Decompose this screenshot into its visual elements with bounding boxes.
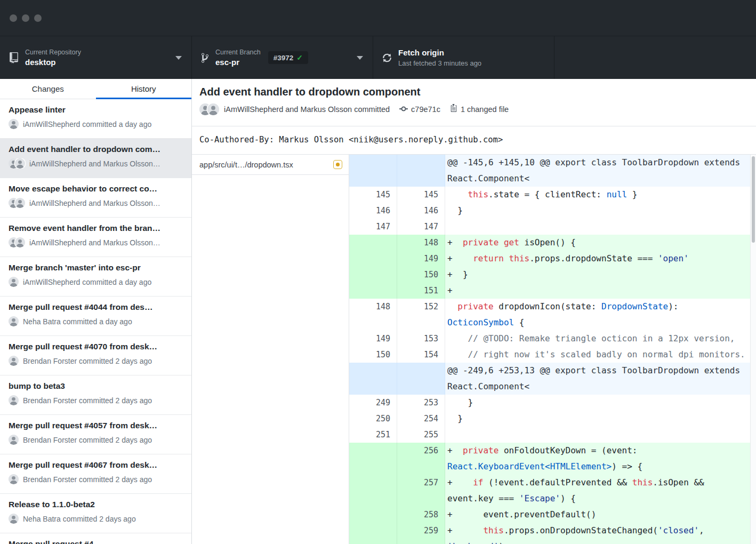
file-list-item[interactable]: app/src/ui/t…/dropdown.tsx [192, 155, 349, 175]
avatar-icon [9, 356, 19, 366]
code-segment: return [473, 253, 504, 263]
commit-author-avatars [199, 103, 219, 115]
diff-gutter-new-line-number: 148 [397, 235, 445, 251]
commit-byline-text: Neha Batra committed a day ago [23, 317, 132, 326]
branch-label: Current Branch [215, 49, 261, 56]
code-segment: + [447, 477, 473, 487]
history-detail: Add event handler to dropdown component … [192, 79, 756, 544]
commit-list-item[interactable]: Merge pull request #4057 from desk…Brend… [0, 415, 191, 454]
diff-gutter-old-line-number: 146 [349, 203, 397, 219]
diff-gutter-new-line-number: 150 [397, 267, 445, 283]
commit-list-item[interactable]: Move escape behavior to correct co…iAmWi… [0, 178, 191, 218]
avatar-icon [15, 198, 25, 208]
commit-byline-text: iAmWillShepherd and Markus Olsson… [29, 159, 160, 168]
diff-row: @@ -145,6 +145,10 @@ export class Toolba… [349, 155, 756, 187]
commit-list-item[interactable]: Merge pull request #4… [0, 533, 191, 544]
titlebar [0, 0, 756, 36]
code-segment: + [447, 525, 483, 535]
commit-list-item[interactable]: Merge pull request #4067 from desk…Brend… [0, 454, 191, 494]
commit-avatars [9, 514, 19, 524]
diff-scrollbar[interactable] [750, 155, 756, 544]
commit-list-item[interactable]: Add event handler to dropdown com…iAmWil… [0, 139, 191, 178]
diff-gutter-old-line-number [349, 443, 397, 475]
code-segment [447, 349, 468, 359]
commit-byline-text: iAmWillShepherd committed a day ago [23, 120, 151, 129]
close-button[interactable] [10, 14, 17, 22]
code-segment: , [699, 525, 709, 535]
commit-avatars [9, 119, 19, 129]
diff-code-line: + return this.props.dropdownState === 'o… [445, 251, 756, 267]
diff-code-line: + [445, 283, 756, 299]
diff-gutter-new-line-number: 149 [397, 251, 445, 267]
commit-byline-text: Brendan Forster committed 2 days ago [23, 396, 152, 405]
commit-list-item[interactable]: Appease linteriAmWillShepherd committed … [0, 99, 191, 139]
sidebar: Changes History Appease linteriAmWillShe… [0, 79, 192, 544]
tab-changes[interactable]: Changes [0, 79, 96, 99]
avatar-icon [15, 237, 25, 247]
commit-item-title: Remove event handler from the bran… [9, 223, 183, 233]
code-segment: + [447, 445, 463, 455]
commit-list-item[interactable]: Merge pull request #4044 from des…Neha B… [0, 297, 191, 336]
avatar-icon [9, 474, 19, 484]
code-segment: + } [447, 269, 468, 279]
commit-byline-text: Brendan Forster committed 2 days ago [23, 357, 152, 365]
minimize-button[interactable] [22, 14, 29, 22]
scrollbar-thumb[interactable] [752, 156, 755, 243]
commit-avatars [199, 103, 219, 115]
commit-description: Co-Authored-By: Markus Olsson <niik@user… [192, 126, 756, 155]
diff-row: @@ -249,6 +253,13 @@ export class Toolba… [349, 363, 756, 395]
commit-avatars [9, 474, 19, 484]
code-segment: .props.onDropdownStateChanged( [504, 525, 658, 535]
pr-check-icon: ✓ [296, 53, 303, 62]
code-segment: } [447, 413, 463, 423]
commit-list-item[interactable]: Merge branch 'master' into esc-priAmWill… [0, 257, 191, 297]
zoom-button[interactable] [34, 14, 42, 22]
fetch-origin-button[interactable]: Fetch origin Last fetched 3 minutes ago [373, 36, 554, 79]
diff-gutter-new-line-number: 259 [397, 523, 445, 544]
branch-switcher-button[interactable]: Current Branch esc-pr #3972 ✓ [192, 36, 373, 79]
code-segment: private [463, 237, 498, 247]
commit-avatars [9, 435, 19, 445]
commit-byline-text: iAmWillShepherd and Markus Olsson… [29, 199, 160, 207]
diff-row: 259+ this.props.onDropdownStateChanged('… [349, 523, 756, 544]
code-segment: this [483, 525, 504, 535]
commit-avatars [9, 395, 19, 405]
commit-list-item[interactable]: Remove event handler from the bran…iAmWi… [0, 218, 191, 257]
commit-sha: c79e71c [411, 105, 440, 114]
commit-meta: iAmWillShepherd and Markus Olsson commit… [199, 103, 747, 115]
avatar-icon [9, 514, 19, 524]
commit-list-item[interactable]: bump to beta3Brendan Forster committed 2… [0, 375, 191, 415]
diff-gutter-old-line-number: 249 [349, 395, 397, 411]
diff-row: 258+ event.preventDefault() [349, 507, 756, 523]
diff-gutter-new-line-number: 255 [397, 427, 445, 443]
diff-gutter-old-line-number [349, 523, 397, 544]
commit-avatars [9, 237, 25, 247]
diff-code-line [445, 219, 756, 235]
avatar-icon [9, 119, 19, 129]
code-segment: React.KeyboardEvent<HTMLElement> [447, 461, 612, 471]
tab-history[interactable]: History [96, 79, 192, 99]
diff-row: 150+ } [349, 267, 756, 283]
commit-item-title: Release to 1.1.0-beta2 [9, 500, 183, 509]
diff-row: 148152 private dropdownIcon(state: Dropd… [349, 299, 756, 331]
code-segment: { [514, 317, 524, 327]
diff-code-line: } [445, 395, 756, 411]
avatar-icon [15, 158, 25, 169]
repository-switcher-button[interactable]: Current Repository desktop [0, 36, 192, 79]
commit-byline-text: iAmWillShepherd and Markus Olsson… [29, 238, 160, 247]
commit-list-item[interactable]: Release to 1.1.0-beta2Neha Batra committ… [0, 494, 191, 533]
commit-list-item[interactable]: Merge pull request #4070 from desk…Brend… [0, 336, 191, 375]
diff-view: @@ -145,6 +145,10 @@ export class Toolba… [349, 155, 756, 544]
diff-row: 149153 // @TODO: Remake triangle octicon… [349, 331, 756, 347]
commit-details: app/src/ui/t…/dropdown.tsx @@ -145,6 +14… [192, 155, 756, 544]
code-segment: .props.dropdownState === [529, 253, 658, 263]
code-segment [504, 253, 509, 263]
diff-gutter-new-line-number: 151 [397, 283, 445, 299]
code-segment: // right now it's scaled badly on normal… [468, 349, 745, 359]
changed-files-group: 1 changed file [450, 104, 509, 115]
diff-code-line: + private get isOpen() { [445, 235, 756, 251]
code-segment: DropdownState [601, 301, 668, 311]
diff-gutter-new-line-number: 256 [397, 443, 445, 475]
code-segment: 'Escape' [519, 493, 560, 503]
diff-row: 257+ if (!event.defaultPrevented && this… [349, 475, 756, 507]
